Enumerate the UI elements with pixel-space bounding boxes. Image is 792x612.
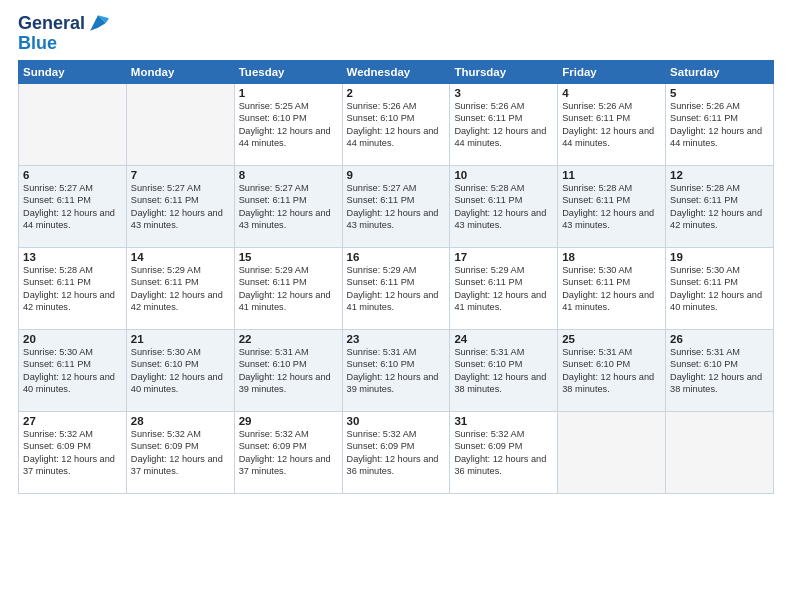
calendar-cell: 8Sunrise: 5:27 AM Sunset: 6:11 PM Daylig…	[234, 165, 342, 247]
logo-icon	[87, 12, 109, 34]
day-info: Sunrise: 5:31 AM Sunset: 6:10 PM Dayligh…	[670, 346, 769, 396]
day-info: Sunrise: 5:32 AM Sunset: 6:09 PM Dayligh…	[23, 428, 122, 478]
day-info: Sunrise: 5:32 AM Sunset: 6:09 PM Dayligh…	[454, 428, 553, 478]
day-info: Sunrise: 5:31 AM Sunset: 6:10 PM Dayligh…	[347, 346, 446, 396]
calendar-cell: 13Sunrise: 5:28 AM Sunset: 6:11 PM Dayli…	[19, 247, 127, 329]
calendar-cell: 11Sunrise: 5:28 AM Sunset: 6:11 PM Dayli…	[558, 165, 666, 247]
day-number: 4	[562, 87, 661, 99]
day-number: 12	[670, 169, 769, 181]
day-info: Sunrise: 5:29 AM Sunset: 6:11 PM Dayligh…	[454, 264, 553, 314]
day-number: 9	[347, 169, 446, 181]
day-number: 26	[670, 333, 769, 345]
calendar-week-3: 13Sunrise: 5:28 AM Sunset: 6:11 PM Dayli…	[19, 247, 774, 329]
weekday-header-tuesday: Tuesday	[234, 60, 342, 83]
calendar-cell: 16Sunrise: 5:29 AM Sunset: 6:11 PM Dayli…	[342, 247, 450, 329]
calendar-week-4: 20Sunrise: 5:30 AM Sunset: 6:11 PM Dayli…	[19, 329, 774, 411]
day-number: 31	[454, 415, 553, 427]
day-info: Sunrise: 5:31 AM Sunset: 6:10 PM Dayligh…	[454, 346, 553, 396]
day-info: Sunrise: 5:32 AM Sunset: 6:09 PM Dayligh…	[347, 428, 446, 478]
day-info: Sunrise: 5:29 AM Sunset: 6:11 PM Dayligh…	[239, 264, 338, 314]
day-number: 8	[239, 169, 338, 181]
day-info: Sunrise: 5:28 AM Sunset: 6:11 PM Dayligh…	[670, 182, 769, 232]
day-number: 20	[23, 333, 122, 345]
calendar-cell: 12Sunrise: 5:28 AM Sunset: 6:11 PM Dayli…	[666, 165, 774, 247]
day-number: 1	[239, 87, 338, 99]
calendar-cell: 20Sunrise: 5:30 AM Sunset: 6:11 PM Dayli…	[19, 329, 127, 411]
calendar-cell	[19, 83, 127, 165]
calendar-cell: 14Sunrise: 5:29 AM Sunset: 6:11 PM Dayli…	[126, 247, 234, 329]
calendar-cell: 25Sunrise: 5:31 AM Sunset: 6:10 PM Dayli…	[558, 329, 666, 411]
calendar-cell: 21Sunrise: 5:30 AM Sunset: 6:10 PM Dayli…	[126, 329, 234, 411]
day-info: Sunrise: 5:29 AM Sunset: 6:11 PM Dayligh…	[347, 264, 446, 314]
day-number: 6	[23, 169, 122, 181]
calendar-cell: 4Sunrise: 5:26 AM Sunset: 6:11 PM Daylig…	[558, 83, 666, 165]
calendar-cell: 24Sunrise: 5:31 AM Sunset: 6:10 PM Dayli…	[450, 329, 558, 411]
weekday-header-friday: Friday	[558, 60, 666, 83]
day-info: Sunrise: 5:28 AM Sunset: 6:11 PM Dayligh…	[454, 182, 553, 232]
calendar-cell: 30Sunrise: 5:32 AM Sunset: 6:09 PM Dayli…	[342, 411, 450, 493]
day-number: 5	[670, 87, 769, 99]
day-number: 29	[239, 415, 338, 427]
calendar-cell: 17Sunrise: 5:29 AM Sunset: 6:11 PM Dayli…	[450, 247, 558, 329]
calendar-cell: 31Sunrise: 5:32 AM Sunset: 6:09 PM Dayli…	[450, 411, 558, 493]
day-info: Sunrise: 5:32 AM Sunset: 6:09 PM Dayligh…	[131, 428, 230, 478]
day-number: 15	[239, 251, 338, 263]
logo: General Blue	[18, 14, 109, 54]
calendar-cell: 27Sunrise: 5:32 AM Sunset: 6:09 PM Dayli…	[19, 411, 127, 493]
day-number: 22	[239, 333, 338, 345]
day-info: Sunrise: 5:31 AM Sunset: 6:10 PM Dayligh…	[239, 346, 338, 396]
calendar-cell	[126, 83, 234, 165]
calendar-cell: 19Sunrise: 5:30 AM Sunset: 6:11 PM Dayli…	[666, 247, 774, 329]
calendar-table: SundayMondayTuesdayWednesdayThursdayFrid…	[18, 60, 774, 494]
calendar-cell	[558, 411, 666, 493]
calendar-cell	[666, 411, 774, 493]
day-number: 14	[131, 251, 230, 263]
day-number: 16	[347, 251, 446, 263]
weekday-header-monday: Monday	[126, 60, 234, 83]
day-info: Sunrise: 5:26 AM Sunset: 6:11 PM Dayligh…	[562, 100, 661, 150]
day-info: Sunrise: 5:31 AM Sunset: 6:10 PM Dayligh…	[562, 346, 661, 396]
calendar-cell: 29Sunrise: 5:32 AM Sunset: 6:09 PM Dayli…	[234, 411, 342, 493]
day-info: Sunrise: 5:29 AM Sunset: 6:11 PM Dayligh…	[131, 264, 230, 314]
calendar-cell: 3Sunrise: 5:26 AM Sunset: 6:11 PM Daylig…	[450, 83, 558, 165]
day-info: Sunrise: 5:27 AM Sunset: 6:11 PM Dayligh…	[131, 182, 230, 232]
day-number: 10	[454, 169, 553, 181]
day-number: 24	[454, 333, 553, 345]
calendar-cell: 10Sunrise: 5:28 AM Sunset: 6:11 PM Dayli…	[450, 165, 558, 247]
weekday-header-sunday: Sunday	[19, 60, 127, 83]
day-number: 3	[454, 87, 553, 99]
day-number: 13	[23, 251, 122, 263]
calendar-cell: 22Sunrise: 5:31 AM Sunset: 6:10 PM Dayli…	[234, 329, 342, 411]
day-number: 23	[347, 333, 446, 345]
calendar-cell: 23Sunrise: 5:31 AM Sunset: 6:10 PM Dayli…	[342, 329, 450, 411]
calendar-cell: 26Sunrise: 5:31 AM Sunset: 6:10 PM Dayli…	[666, 329, 774, 411]
day-info: Sunrise: 5:27 AM Sunset: 6:11 PM Dayligh…	[239, 182, 338, 232]
day-number: 18	[562, 251, 661, 263]
calendar-cell: 15Sunrise: 5:29 AM Sunset: 6:11 PM Dayli…	[234, 247, 342, 329]
day-info: Sunrise: 5:28 AM Sunset: 6:11 PM Dayligh…	[23, 264, 122, 314]
day-info: Sunrise: 5:32 AM Sunset: 6:09 PM Dayligh…	[239, 428, 338, 478]
calendar-week-2: 6Sunrise: 5:27 AM Sunset: 6:11 PM Daylig…	[19, 165, 774, 247]
day-info: Sunrise: 5:27 AM Sunset: 6:11 PM Dayligh…	[347, 182, 446, 232]
day-info: Sunrise: 5:26 AM Sunset: 6:11 PM Dayligh…	[670, 100, 769, 150]
header: General Blue	[18, 10, 774, 54]
weekday-header-wednesday: Wednesday	[342, 60, 450, 83]
day-info: Sunrise: 5:25 AM Sunset: 6:10 PM Dayligh…	[239, 100, 338, 150]
day-info: Sunrise: 5:30 AM Sunset: 6:11 PM Dayligh…	[23, 346, 122, 396]
day-info: Sunrise: 5:28 AM Sunset: 6:11 PM Dayligh…	[562, 182, 661, 232]
day-number: 19	[670, 251, 769, 263]
day-number: 27	[23, 415, 122, 427]
weekday-header-saturday: Saturday	[666, 60, 774, 83]
day-info: Sunrise: 5:27 AM Sunset: 6:11 PM Dayligh…	[23, 182, 122, 232]
calendar-cell: 1Sunrise: 5:25 AM Sunset: 6:10 PM Daylig…	[234, 83, 342, 165]
day-info: Sunrise: 5:26 AM Sunset: 6:10 PM Dayligh…	[347, 100, 446, 150]
calendar-cell: 5Sunrise: 5:26 AM Sunset: 6:11 PM Daylig…	[666, 83, 774, 165]
day-info: Sunrise: 5:26 AM Sunset: 6:11 PM Dayligh…	[454, 100, 553, 150]
calendar-cell: 9Sunrise: 5:27 AM Sunset: 6:11 PM Daylig…	[342, 165, 450, 247]
logo-text-general: General	[18, 14, 85, 34]
calendar-cell: 7Sunrise: 5:27 AM Sunset: 6:11 PM Daylig…	[126, 165, 234, 247]
calendar-cell: 6Sunrise: 5:27 AM Sunset: 6:11 PM Daylig…	[19, 165, 127, 247]
calendar-header-row: SundayMondayTuesdayWednesdayThursdayFrid…	[19, 60, 774, 83]
logo-text-blue: Blue	[18, 34, 109, 54]
calendar-week-1: 1Sunrise: 5:25 AM Sunset: 6:10 PM Daylig…	[19, 83, 774, 165]
